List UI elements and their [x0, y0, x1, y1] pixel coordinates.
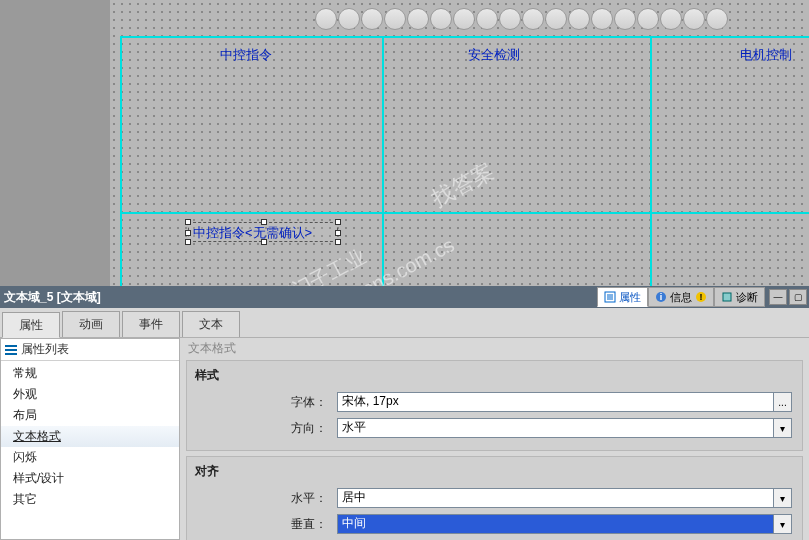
properties-icon: [604, 291, 616, 303]
property-list-header: 属性列表: [1, 339, 179, 361]
prop-item-2[interactable]: 布局: [1, 405, 179, 426]
group-style: 样式 字体： 宋体, 17px ... 方向： 水平 ▾: [186, 360, 803, 451]
prop-item-0[interactable]: 常规: [1, 363, 179, 384]
main-tab-animation[interactable]: 动画: [62, 311, 120, 337]
inspector-titlebar: 文本域_5 [文本域] 属性 i 信息 ! 诊断 — ▢: [0, 286, 809, 308]
group-title-style: 样式: [187, 361, 802, 390]
guide-vline: [120, 36, 122, 286]
field-label-halign: 水平：: [187, 490, 337, 507]
field-label-font: 字体：: [187, 394, 337, 411]
font-input[interactable]: 宋体, 17px: [337, 392, 774, 412]
canvas-margin: [0, 0, 110, 286]
property-list[interactable]: 常规外观布局文本格式闪烁样式/设计其它: [1, 361, 179, 539]
pane-tab-label: 诊断: [736, 290, 758, 305]
indicator-circle[interactable]: [660, 8, 682, 30]
selection-handle[interactable]: [335, 219, 341, 225]
selection-handle[interactable]: [335, 230, 341, 236]
info-icon: i: [655, 291, 667, 303]
indicator-circle[interactable]: [453, 8, 475, 30]
main-tab-text[interactable]: 文本: [182, 311, 240, 337]
svg-rect-7: [5, 349, 17, 351]
indicator-circle[interactable]: [338, 8, 360, 30]
prop-item-6[interactable]: 其它: [1, 489, 179, 510]
dropdown-button[interactable]: ▾: [774, 488, 792, 508]
indicator-circle[interactable]: [683, 8, 705, 30]
prop-item-5[interactable]: 样式/设计: [1, 468, 179, 489]
pane-tab-properties[interactable]: 属性: [597, 287, 648, 307]
indicator-circle[interactable]: [407, 8, 429, 30]
indicator-circle[interactable]: [591, 8, 613, 30]
halign-select[interactable]: 居中: [337, 488, 774, 508]
svg-text:!: !: [700, 292, 703, 302]
indicator-circle[interactable]: [430, 8, 452, 30]
svg-rect-8: [5, 353, 17, 355]
indicator-circle[interactable]: [637, 8, 659, 30]
indicator-circle[interactable]: [614, 8, 636, 30]
selection-handle[interactable]: [261, 219, 267, 225]
list-icon: [5, 344, 17, 356]
indicator-circle[interactable]: [545, 8, 567, 30]
indicator-circle[interactable]: [499, 8, 521, 30]
field-label-valign: 垂直：: [187, 516, 337, 533]
pane-tab-diagnostics[interactable]: 诊断: [714, 287, 765, 307]
expand-button[interactable]: ▢: [789, 289, 807, 305]
selected-text-value: 中控指令<无需确认>: [193, 224, 312, 242]
property-list-pane: 属性列表 常规外观布局文本格式闪烁样式/设计其它: [0, 338, 180, 540]
main-tab-properties[interactable]: 属性: [2, 312, 60, 338]
selection-handle[interactable]: [185, 239, 191, 245]
guide-hline: [120, 212, 809, 214]
guide-hline: [120, 36, 809, 38]
collapse-button[interactable]: —: [769, 289, 787, 305]
field-label-direction: 方向：: [187, 420, 337, 437]
pane-tab-label: 信息: [670, 290, 692, 305]
guide-vline: [650, 36, 652, 286]
canvas-label-zhongkong[interactable]: 中控指令: [220, 46, 272, 64]
inspector-title: 文本域_5 [文本域]: [0, 289, 101, 306]
svg-rect-6: [5, 345, 17, 347]
group-title-align: 对齐: [187, 457, 802, 486]
prop-item-1[interactable]: 外观: [1, 384, 179, 405]
selection-handle[interactable]: [185, 219, 191, 225]
indicator-circle[interactable]: [522, 8, 544, 30]
pane-tab-info[interactable]: i 信息 !: [648, 287, 714, 307]
field-row-direction: 方向： 水平 ▾: [187, 416, 802, 440]
indicator-circle[interactable]: [476, 8, 498, 30]
pane-tab-label: 属性: [619, 290, 641, 305]
selection-handle[interactable]: [335, 239, 341, 245]
indicator-circle[interactable]: [361, 8, 383, 30]
direction-select[interactable]: 水平: [337, 418, 774, 438]
canvas-area[interactable]: 中控指令 安全检测 电机控制 中控指令<无需确认> 找答案 support.in…: [0, 0, 809, 286]
indicator-row: [315, 8, 728, 30]
field-row-font: 字体： 宋体, 17px ...: [187, 390, 802, 414]
font-browse-button[interactable]: ...: [774, 392, 792, 412]
valign-select[interactable]: 中间: [337, 514, 774, 534]
main-tab-events[interactable]: 事件: [122, 311, 180, 337]
dropdown-button[interactable]: ▾: [774, 418, 792, 438]
dropdown-button[interactable]: ▾: [774, 514, 792, 534]
selected-text-object[interactable]: 中控指令<无需确认>: [188, 222, 338, 242]
svg-text:i: i: [660, 292, 663, 302]
indicator-circle[interactable]: [315, 8, 337, 30]
canvas-label-dianji[interactable]: 电机控制: [740, 46, 792, 64]
prop-item-3[interactable]: 文本格式: [1, 426, 179, 447]
prop-item-4[interactable]: 闪烁: [1, 447, 179, 468]
property-list-header-text: 属性列表: [21, 341, 69, 358]
selection-handle[interactable]: [261, 239, 267, 245]
field-row-valign: 垂直： 中间 ▾: [187, 512, 802, 536]
canvas-grid[interactable]: 中控指令 安全检测 电机控制 中控指令<无需确认>: [110, 0, 809, 286]
indicator-circle[interactable]: [568, 8, 590, 30]
group-align: 对齐 水平： 居中 ▾ 垂直： 中间 ▾: [186, 456, 803, 540]
lower-panel: 属性列表 常规外观布局文本格式闪烁样式/设计其它 文本格式 样式 字体： 宋体,…: [0, 338, 809, 540]
main-tabstrip: 属性 动画 事件 文本: [0, 308, 809, 338]
warning-icon: !: [695, 291, 707, 303]
content-crumb: 文本格式: [188, 338, 236, 358]
selection-handle[interactable]: [185, 230, 191, 236]
indicator-circle[interactable]: [706, 8, 728, 30]
canvas-label-anquan[interactable]: 安全检测: [468, 46, 520, 64]
property-content: 文本格式 样式 字体： 宋体, 17px ... 方向： 水平 ▾ 对齐 水: [180, 338, 809, 540]
guide-vline: [382, 36, 384, 286]
diagnostics-icon: [721, 291, 733, 303]
indicator-circle[interactable]: [384, 8, 406, 30]
svg-rect-5: [723, 293, 731, 301]
pane-tabs: 属性 i 信息 ! 诊断: [597, 287, 765, 307]
